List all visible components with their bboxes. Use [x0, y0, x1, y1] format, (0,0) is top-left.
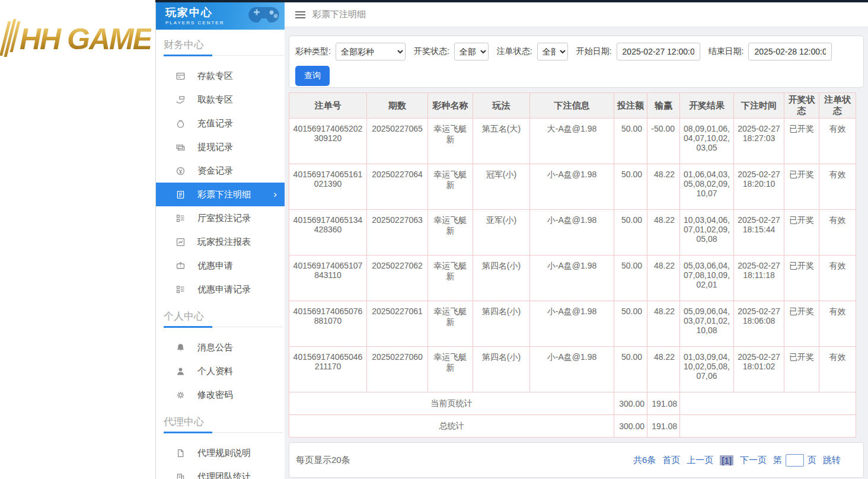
table-cell: 第四名(小) [473, 256, 530, 301]
logo-area: HH GAME [0, 0, 155, 479]
table-cell: 幸运飞艇新 [428, 347, 473, 392]
table-cell: 2025-02-27 18:15:44 [734, 210, 784, 256]
page-jump-input[interactable] [786, 454, 804, 467]
table-cell: 01,06,04,03,05,08,02,09,10,07 [680, 164, 734, 210]
table-row: 40156917406513442836020250227063幸运飞艇新亚军(… [289, 210, 856, 256]
table-cell: 05,09,06,04,03,07,01,02,10,08 [680, 301, 734, 347]
prev-page-link[interactable]: 上一页 [687, 455, 713, 466]
lottery-type-label: 彩种类型: [295, 46, 331, 57]
sidebar-item-funds[interactable]: 资金记录 [156, 159, 285, 183]
table-cell: 20250227065 [367, 119, 428, 164]
gear-icon [175, 389, 186, 400]
sidebar-item-bell[interactable]: 消息公告 [156, 336, 285, 359]
topbar: 彩票下注明细 [285, 2, 868, 27]
lottery-type-select[interactable]: 全部彩种 [336, 43, 406, 60]
table-cell: 48.22 [647, 256, 680, 301]
sidebar-item-bet-report[interactable]: 玩家投注报表 [156, 230, 285, 254]
table-cell: 50.00 [614, 301, 647, 347]
table-cell: 已开奖 [784, 210, 819, 256]
sidebar-item-team-stats[interactable]: 代理团队统计 [156, 465, 285, 479]
column-header: 注单状态 [819, 93, 856, 119]
table-cell: 401569174065134428360 [289, 210, 367, 256]
sidebar-item-label: 代理团队统计 [197, 471, 251, 479]
table-cell: 已开奖 [784, 301, 819, 347]
order-status-select[interactable]: 全部 [537, 43, 568, 60]
sidebar-item-label: 资金记录 [197, 165, 233, 177]
menu-toggle-icon[interactable] [295, 11, 305, 18]
sidebar-item-deposit[interactable]: 存款专区 [156, 64, 285, 88]
column-header: 下注时间 [734, 93, 784, 119]
column-header: 开奖状态 [784, 93, 819, 119]
current-page-indicator[interactable]: [1] [720, 455, 733, 465]
table-header-row: 注单号期数彩种名称玩法下注信息投注额输赢开奖结果下注时间开奖状态注单状态 [289, 93, 856, 119]
summary-winloss-total: 191.08 [647, 415, 680, 438]
draw-status-select[interactable]: 全部 [454, 43, 489, 60]
first-page-link[interactable]: 首页 [662, 455, 680, 466]
recharge-icon [175, 118, 186, 129]
sidebar: 玩家中心 PLAYERS CENTER 财务中心存款专区取款专区充值记录提现记录… [155, 2, 285, 479]
sidebar-item-label: 彩票下注明细 [197, 189, 251, 200]
column-header: 注单号 [289, 93, 367, 119]
sidebar-item-label: 充值记录 [197, 118, 233, 129]
sidebar-item-document[interactable]: 代理规则说明 [156, 441, 285, 465]
sidebar-item-recharge[interactable]: 充值记录 [156, 111, 285, 135]
logo: HH GAME [4, 21, 155, 57]
section-title: 代理中心 [156, 407, 285, 432]
sidebar-item-person[interactable]: 个人资料 [156, 359, 285, 383]
table-cell: 2025-02-27 18:06:08 [734, 301, 784, 347]
query-button[interactable]: 查询 [295, 66, 330, 86]
lottery-detail-icon [175, 189, 186, 200]
end-date-input[interactable] [748, 43, 832, 60]
table-cell: 20250227060 [367, 347, 428, 392]
table-cell: 第五名(大) [473, 119, 530, 164]
column-header: 玩法 [473, 93, 530, 119]
sidebar-item-promo-records[interactable]: 优惠申请记录 [156, 277, 285, 301]
page-jump: 第 页 [773, 454, 816, 467]
column-header: 下注信息 [530, 93, 614, 119]
table-cell: 50.00 [614, 164, 647, 210]
table-cell: 401569174065076881070 [289, 301, 367, 347]
table-row: 40156917406507688107020250227061幸运飞艇新第四名… [289, 301, 856, 347]
bell-icon [175, 342, 186, 353]
table-cell: 2025-02-27 18:20:10 [734, 164, 784, 210]
start-date-input[interactable] [617, 43, 700, 60]
sidebar-item-withdraw[interactable]: 取款专区 [156, 88, 285, 111]
sidebar-item-lottery-detail[interactable]: 彩票下注明细› [156, 183, 285, 206]
table-cell: 已开奖 [784, 119, 819, 164]
main-content: 彩种类型: 全部彩种 开奖状态: 全部 注单状态: 全部 开始日期: 结束日期:… [285, 27, 868, 479]
jump-button[interactable]: 跳转 [823, 455, 841, 466]
sidebar-item-gear[interactable]: 修改密码 [156, 383, 285, 407]
column-header: 期数 [367, 93, 428, 119]
table-cell: 小-A盘@1.98 [530, 164, 614, 210]
gamepad-icon [245, 4, 282, 28]
summary-row: 总统计300.00191.08 [289, 415, 856, 438]
room-records-icon [175, 213, 186, 223]
jump-prefix-label: 第 [773, 455, 782, 466]
table-cell: 48.22 [647, 210, 680, 256]
summary-row: 当前页统计300.00191.08 [289, 392, 856, 415]
sidebar-item-promo-apply[interactable]: 优惠申请 [156, 254, 285, 277]
pagination: 共6条 首页 上一页 [1] 下一页 第 页 跳转 [633, 454, 841, 467]
table-cell: 已开奖 [784, 347, 819, 392]
table-cell: 2025-02-27 18:11:18 [734, 256, 784, 301]
column-header: 输赢 [647, 93, 680, 119]
person-icon [175, 366, 186, 376]
page: HH GAME 玩家中心 PLAYERS CENTER 财务中心存款专区取款专区… [0, 0, 868, 479]
table-cell: 50.00 [614, 256, 647, 301]
summary-label: 总统计 [289, 415, 614, 438]
table-cell: 48.22 [647, 301, 680, 347]
summary-label: 当前页统计 [289, 392, 614, 415]
table-cell: 有效 [819, 301, 856, 347]
column-header: 彩种名称 [428, 93, 473, 119]
table-cell: 20250227061 [367, 301, 428, 347]
sidebar-item-room-records[interactable]: 厅室投注记录 [156, 206, 285, 230]
next-page-link[interactable]: 下一页 [740, 455, 767, 466]
logo-text: HH GAME [20, 22, 151, 56]
logo-stripes-icon [0, 21, 20, 57]
deposit-icon [175, 71, 186, 81]
document-icon [175, 448, 186, 458]
table-cell: 401569174065202309120 [289, 119, 367, 164]
table-row: 40156917406516102139020250227064幸运飞艇新冠军(… [289, 164, 856, 210]
table-cell: 20250227062 [367, 256, 428, 301]
sidebar-item-cashout[interactable]: 提现记录 [156, 135, 285, 159]
